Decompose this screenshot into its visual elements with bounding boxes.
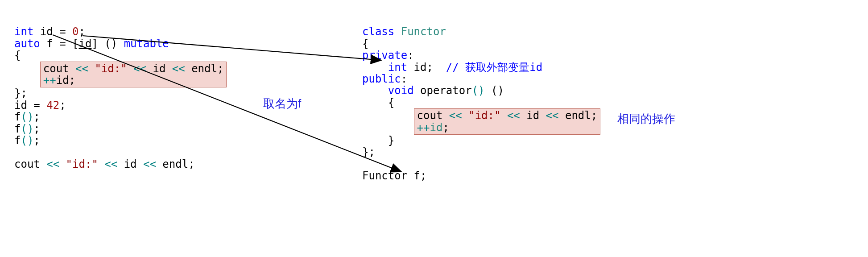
text: endl bbox=[185, 62, 217, 75]
code-line: f(); bbox=[14, 123, 40, 135]
op: << bbox=[507, 109, 520, 122]
code-line: auto f = [id] () mutable bbox=[14, 37, 169, 50]
semicolon: ; bbox=[79, 25, 85, 38]
paren: ( bbox=[21, 134, 27, 147]
text: id; bbox=[407, 61, 446, 74]
code-line: cout << "id:" << id << endl; bbox=[14, 158, 195, 170]
keyword-public: public bbox=[362, 73, 401, 85]
indent bbox=[362, 84, 388, 97]
semicolon: ; bbox=[33, 111, 40, 123]
op: << bbox=[546, 109, 559, 122]
code-line: class Functor bbox=[362, 25, 446, 38]
brace-open: { bbox=[14, 49, 21, 62]
operator-body-highlight: cout << "id:" << id << endl; ++id; bbox=[414, 108, 601, 135]
string: "id:" bbox=[95, 62, 127, 75]
number: 42 bbox=[46, 99, 59, 112]
semicolon: ; bbox=[591, 109, 597, 122]
code-line: int id; // 获取外部变量id bbox=[362, 61, 542, 74]
id: id bbox=[56, 74, 69, 87]
cout: cout bbox=[43, 62, 75, 75]
number: 0 bbox=[72, 25, 79, 38]
annotation-named-f: 取名为f bbox=[263, 97, 301, 110]
sp bbox=[59, 158, 66, 170]
text: id bbox=[146, 62, 172, 75]
capture-id: id bbox=[79, 37, 92, 50]
sp bbox=[127, 62, 133, 75]
code-line: } bbox=[362, 134, 394, 147]
code-line: { bbox=[362, 96, 394, 109]
semicolon: ; bbox=[33, 123, 40, 135]
op: << bbox=[172, 62, 185, 75]
op: << bbox=[449, 109, 462, 122]
sp bbox=[394, 25, 401, 38]
code-line: f(); bbox=[14, 111, 40, 123]
code-line: f(); bbox=[14, 134, 40, 147]
code-line: public: bbox=[362, 73, 407, 85]
sp bbox=[98, 158, 104, 170]
f: f bbox=[14, 111, 21, 123]
semicolon: ; bbox=[69, 74, 75, 87]
brace-open: { bbox=[362, 37, 368, 50]
paren: ) bbox=[27, 123, 33, 135]
close: }; bbox=[362, 146, 375, 158]
paren: () bbox=[491, 84, 504, 97]
sp bbox=[462, 109, 468, 122]
indent bbox=[362, 96, 388, 109]
semicolon: ; bbox=[442, 121, 449, 134]
string: "id:" bbox=[66, 158, 98, 170]
op: << bbox=[46, 158, 59, 170]
sp bbox=[485, 84, 491, 97]
brace-open: { bbox=[388, 96, 394, 109]
op: << bbox=[143, 158, 156, 170]
keyword-void: void bbox=[388, 84, 414, 97]
semicolon: ; bbox=[217, 62, 223, 75]
colon: : bbox=[407, 49, 413, 62]
op: << bbox=[104, 158, 117, 170]
op: ++ bbox=[43, 74, 56, 87]
sp bbox=[88, 62, 95, 75]
indent bbox=[362, 134, 388, 147]
code-line: int id = 0; bbox=[14, 25, 85, 38]
keyword-mutable: mutable bbox=[124, 37, 169, 50]
f: f bbox=[14, 134, 21, 147]
keyword-private: private bbox=[362, 49, 407, 62]
cout: cout bbox=[417, 109, 449, 122]
paren: ( bbox=[21, 123, 27, 135]
class-name: Functor bbox=[401, 25, 446, 38]
paren: () bbox=[472, 84, 485, 97]
text: f = [ bbox=[40, 37, 79, 50]
string: "id:" bbox=[468, 109, 500, 122]
op: << bbox=[133, 62, 146, 75]
code-line: id = 42; bbox=[14, 99, 66, 112]
functor-decl: Functor f; bbox=[362, 170, 427, 182]
paren: ) bbox=[27, 134, 33, 147]
sp bbox=[500, 109, 507, 122]
op: ++ bbox=[417, 121, 430, 134]
semicolon: ; bbox=[188, 158, 194, 170]
id: id bbox=[430, 121, 443, 134]
right-code-block: class Functor { private: int id; // 获取外部… bbox=[362, 14, 600, 182]
text: operator bbox=[414, 84, 472, 97]
code-line: void operator() () bbox=[362, 84, 504, 97]
semicolon: ; bbox=[59, 99, 66, 112]
f: f bbox=[14, 123, 21, 135]
text: id = bbox=[14, 99, 46, 112]
keyword-int: int bbox=[14, 25, 33, 38]
text: endl bbox=[559, 109, 591, 122]
comment: // 获取外部变量id bbox=[446, 61, 542, 74]
paren: ( bbox=[21, 111, 27, 123]
brace-close: } bbox=[388, 134, 394, 147]
keyword-int: int bbox=[388, 61, 407, 74]
semicolon: ; bbox=[33, 134, 40, 147]
text: endl bbox=[156, 158, 188, 170]
keyword-auto: auto bbox=[14, 37, 40, 50]
text: id bbox=[520, 109, 546, 122]
colon: : bbox=[401, 73, 407, 85]
keyword-class: class bbox=[362, 25, 394, 38]
cout: cout bbox=[14, 158, 46, 170]
left-code-block: int id = 0; auto f = [id] () mutable { c… bbox=[14, 14, 227, 170]
text: id bbox=[117, 158, 143, 170]
indent bbox=[362, 61, 388, 74]
close-brace: }; bbox=[14, 87, 27, 99]
text: ] () bbox=[91, 37, 124, 50]
